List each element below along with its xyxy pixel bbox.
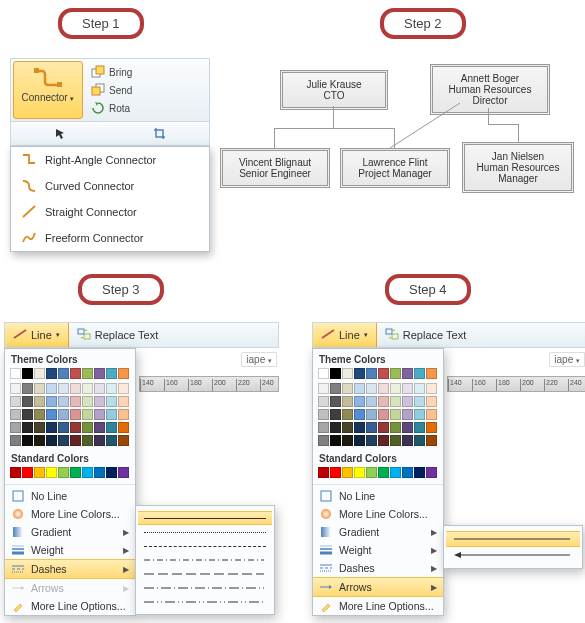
weight-item[interactable]: Weight▶ <box>5 541 135 559</box>
color-swatch[interactable] <box>366 467 377 478</box>
color-swatch[interactable] <box>402 422 413 433</box>
color-swatch[interactable] <box>318 435 329 446</box>
crop-tool-icon[interactable] <box>153 127 167 141</box>
color-swatch[interactable] <box>82 396 93 407</box>
color-swatch[interactable] <box>426 383 437 394</box>
color-swatch[interactable] <box>378 396 389 407</box>
color-swatch[interactable] <box>318 368 329 379</box>
color-swatch[interactable] <box>106 435 117 446</box>
no-line-item[interactable]: No Line <box>313 487 443 505</box>
color-swatch[interactable] <box>22 435 33 446</box>
color-swatch[interactable] <box>414 396 425 407</box>
more-line-colors-item[interactable]: More Line Colors... <box>313 505 443 523</box>
color-swatch[interactable] <box>402 368 413 379</box>
org-node-julie[interactable]: Julie KrauseCTO <box>280 70 388 110</box>
color-swatch[interactable] <box>82 368 93 379</box>
color-swatch[interactable] <box>106 409 117 420</box>
color-swatch[interactable] <box>70 396 81 407</box>
color-swatch[interactable] <box>354 409 365 420</box>
color-swatch[interactable] <box>330 383 341 394</box>
color-swatch[interactable] <box>378 422 389 433</box>
color-swatch[interactable] <box>426 467 437 478</box>
color-swatch[interactable] <box>58 396 69 407</box>
dash-option-dashdot[interactable] <box>144 553 266 567</box>
rotate-button[interactable]: Rota <box>91 99 203 117</box>
color-swatch[interactable] <box>414 368 425 379</box>
color-swatch[interactable] <box>22 422 33 433</box>
color-swatch[interactable] <box>390 409 401 420</box>
color-swatch[interactable] <box>378 435 389 446</box>
color-swatch[interactable] <box>354 383 365 394</box>
color-swatch[interactable] <box>402 409 413 420</box>
color-swatch[interactable] <box>70 435 81 446</box>
color-swatch[interactable] <box>342 435 353 446</box>
gradient-item[interactable]: Gradient▶ <box>5 523 135 541</box>
color-swatch[interactable] <box>10 368 21 379</box>
color-swatch[interactable] <box>58 409 69 420</box>
arrow-option-none[interactable] <box>446 531 580 547</box>
color-swatch[interactable] <box>414 383 425 394</box>
color-swatch[interactable] <box>366 409 377 420</box>
color-swatch[interactable] <box>106 422 117 433</box>
color-swatch[interactable] <box>106 383 117 394</box>
color-swatch[interactable] <box>390 467 401 478</box>
color-swatch[interactable] <box>82 409 93 420</box>
color-swatch[interactable] <box>58 435 69 446</box>
curved-connector-item[interactable]: Curved Connector <box>11 173 209 199</box>
color-swatch[interactable] <box>366 396 377 407</box>
color-swatch[interactable] <box>46 396 57 407</box>
color-swatch[interactable] <box>426 368 437 379</box>
org-node-jan[interactable]: Jan NielsenHuman Resources Manager <box>462 142 574 193</box>
color-swatch[interactable] <box>118 467 129 478</box>
color-swatch[interactable] <box>366 435 377 446</box>
color-swatch[interactable] <box>330 396 341 407</box>
dash-option-longdash[interactable] <box>144 567 266 581</box>
color-swatch[interactable] <box>82 383 93 394</box>
freeform-connector-item[interactable]: Freeform Connector <box>11 225 209 251</box>
color-swatch[interactable] <box>94 435 105 446</box>
color-swatch[interactable] <box>354 368 365 379</box>
color-swatch[interactable] <box>118 409 129 420</box>
color-swatch[interactable] <box>58 368 69 379</box>
color-swatch[interactable] <box>330 409 341 420</box>
color-swatch[interactable] <box>354 396 365 407</box>
color-swatch[interactable] <box>22 383 33 394</box>
color-swatch[interactable] <box>46 383 57 394</box>
color-swatch[interactable] <box>118 422 129 433</box>
dash-option-dash[interactable] <box>144 539 266 553</box>
color-swatch[interactable] <box>46 422 57 433</box>
color-swatch[interactable] <box>342 467 353 478</box>
color-swatch[interactable] <box>118 368 129 379</box>
color-swatch[interactable] <box>10 396 21 407</box>
color-swatch[interactable] <box>378 409 389 420</box>
color-swatch[interactable] <box>366 383 377 394</box>
right-angle-connector-item[interactable]: Right-Angle Connector <box>11 147 209 173</box>
color-swatch[interactable] <box>390 435 401 446</box>
color-swatch[interactable] <box>22 368 33 379</box>
color-swatch[interactable] <box>414 422 425 433</box>
color-swatch[interactable] <box>58 422 69 433</box>
color-swatch[interactable] <box>58 467 69 478</box>
color-swatch[interactable] <box>46 368 57 379</box>
color-swatch[interactable] <box>70 467 81 478</box>
color-swatch[interactable] <box>414 409 425 420</box>
dash-option-longdashdotdot[interactable] <box>144 595 266 609</box>
color-swatch[interactable] <box>390 383 401 394</box>
color-swatch[interactable] <box>94 368 105 379</box>
weight-item[interactable]: Weight▶ <box>313 541 443 559</box>
color-swatch[interactable] <box>366 422 377 433</box>
color-swatch[interactable] <box>402 383 413 394</box>
color-swatch[interactable] <box>10 435 21 446</box>
line-dropdown-button[interactable]: Line ▾ <box>5 323 69 347</box>
color-swatch[interactable] <box>82 422 93 433</box>
color-swatch[interactable] <box>390 368 401 379</box>
color-swatch[interactable] <box>34 368 45 379</box>
more-line-colors-item[interactable]: More Line Colors... <box>5 505 135 523</box>
color-swatch[interactable] <box>34 422 45 433</box>
color-swatch[interactable] <box>34 409 45 420</box>
pointer-tool-icon[interactable] <box>54 127 68 141</box>
color-swatch[interactable] <box>426 422 437 433</box>
color-swatch[interactable] <box>402 435 413 446</box>
color-swatch[interactable] <box>106 368 117 379</box>
replace-text-button[interactable]: Replace Text <box>69 323 166 347</box>
